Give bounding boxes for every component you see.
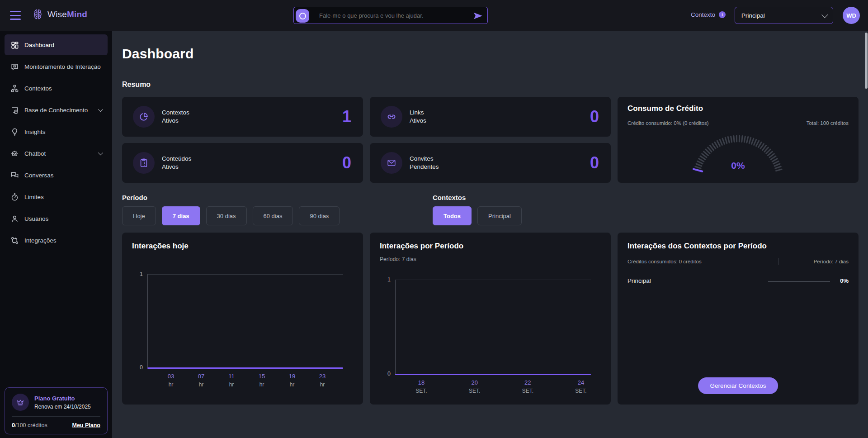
credit-total-text: Total: 100 créditos (807, 120, 849, 126)
sidebar-item-label: Limites (24, 194, 44, 200)
chat-monitor-icon (10, 62, 19, 71)
period-meta: Período: 7 dias (778, 259, 849, 264)
assistant-input[interactable] (319, 12, 469, 19)
sidebar-item-base-conhecimento[interactable]: Base de Conhecimento (5, 100, 108, 120)
pie-chart-icon (133, 106, 155, 128)
sidebar-item-label: Contextos (24, 85, 52, 92)
sidebar-item-monitoramento[interactable]: Monitoramento de Interação (5, 56, 108, 77)
stat-value: 0 (590, 107, 599, 126)
chat-bubbles-icon (10, 171, 19, 180)
y-axis-max: 1 (381, 276, 391, 283)
contexto-label: Contexto (691, 11, 715, 18)
menu-icon[interactable] (10, 11, 21, 20)
periodo-heading: Período (122, 194, 147, 201)
sidebar-item-label: Monitoramento de Interação (24, 63, 101, 70)
context-select-value: Principal (741, 12, 765, 19)
plan-title: Plano Gratuito (34, 395, 91, 402)
y-axis-max: 1 (133, 271, 143, 277)
context-name: Principal (627, 277, 651, 284)
stat-card-convites-pendentes: ConvitesPendentes 0 (370, 143, 611, 183)
plot-area (395, 280, 591, 375)
contextos-heading: Contextos (433, 194, 466, 201)
y-axis-min: 0 (133, 364, 143, 371)
assistant-search-bar (293, 7, 488, 24)
envelope-icon (381, 152, 402, 174)
stat-card-links-ativos: LinksAtivos 0 (370, 97, 611, 137)
charts-row: Interações hoje 1 0 03hr 07hr 11hr 15hr … (122, 233, 859, 405)
sidebar-item-contextos[interactable]: Contextos (5, 78, 108, 99)
stat-value: 0 (590, 153, 599, 172)
context-select[interactable]: Principal (735, 7, 833, 24)
hierarchy-icon (10, 84, 19, 93)
periodo-60dias-button[interactable]: 60 dias (253, 206, 293, 225)
chart-interacoes-hoje: Interações hoje 1 0 03hr 07hr 11hr 15hr … (122, 233, 363, 405)
info-icon[interactable]: i (719, 11, 726, 18)
sidebar-item-label: Integrações (24, 237, 57, 244)
x-axis-labels: 18SET. 20SET. 22SET. 24SET. (395, 379, 591, 394)
sidebar-item-label: Usuários (24, 215, 48, 222)
credit-consumption-card: Consumo de Crédito Crédito consumido: 0%… (618, 97, 859, 183)
chart-title: Interações por Período (380, 242, 463, 251)
stat-label: ConvitesPendentes (410, 155, 439, 171)
sidebar-item-limites[interactable]: Limites (5, 186, 108, 207)
user-icon (10, 214, 19, 223)
contextos-todos-button[interactable]: Todos (433, 206, 472, 225)
sidebar-item-dashboard[interactable]: Dashboard (5, 34, 108, 55)
chevron-down-icon (98, 150, 103, 155)
sidebar-item-conversas[interactable]: Conversas (5, 165, 108, 186)
stat-value: 0 (342, 153, 351, 172)
dashboard-grid-icon (10, 41, 19, 49)
stat-card-contextos-ativos: ContextosAtivos 1 (122, 97, 363, 137)
periodo-hoje-button[interactable]: Hoje (122, 206, 156, 225)
avatar[interactable]: WD (843, 7, 860, 24)
usage-progress-track (768, 281, 830, 282)
periodo-filter: Hoje 7 dias 30 dias 60 dias 90 dias (122, 206, 340, 225)
resumo-heading: Resumo (122, 81, 151, 89)
sidebar-item-integracoes[interactable]: Integrações (5, 230, 108, 251)
robot-icon (10, 149, 19, 158)
periodo-7dias-button[interactable]: 7 dias (162, 206, 200, 225)
stat-label: ConteúdosAtivos (162, 155, 191, 171)
page-title: Dashboard (122, 46, 194, 62)
wisemind-logo-icon (32, 8, 44, 20)
chart-title: Interações dos Contextos por Período (627, 242, 767, 251)
sidebar-item-label: Conversas (24, 172, 54, 179)
sidebar-item-chatbot[interactable]: Chatbot (5, 143, 108, 164)
sidebar-item-label: Dashboard (24, 42, 54, 48)
sidebar: Dashboard Monitoramento de Interação Con… (0, 31, 112, 438)
send-icon[interactable] (473, 11, 483, 20)
sidebar-item-label: Insights (24, 129, 46, 135)
credit-card-title: Consumo de Crédito (627, 104, 703, 113)
credit-consumed-text: Crédito consumido: 0% (0 créditos) (627, 120, 709, 126)
periodo-90dias-button[interactable]: 90 dias (299, 206, 340, 225)
plan-card: Plano Gratuito Renova em 24/10/2025 0/10… (5, 387, 108, 434)
stat-value: 1 (342, 107, 351, 126)
gerenciar-contextos-button[interactable]: Gerenciar Contextos (698, 377, 778, 394)
devices-icon (10, 106, 19, 114)
app-title: WiseMind (47, 10, 87, 19)
sidebar-item-insights[interactable]: Insights (5, 121, 108, 142)
lightbulb-icon (10, 128, 19, 136)
main-content: Dashboard Resumo ContextosAtivos 1 Conte… (112, 31, 868, 438)
stat-label: ContextosAtivos (162, 109, 189, 125)
chevron-down-icon (821, 12, 828, 18)
integrations-icon (10, 236, 19, 245)
sidebar-item-usuarios[interactable]: Usuários (5, 208, 108, 229)
contextos-principal-button[interactable]: Principal (477, 206, 522, 225)
meu-plano-link[interactable]: Meu Plano (72, 422, 100, 428)
chart-title: Interações hoje (132, 242, 189, 251)
app-logo: WiseMind (32, 8, 87, 20)
stopwatch-icon (10, 193, 19, 201)
chart-subtitle: Período: 7 dias (380, 256, 416, 262)
scrollbar-thumb[interactable] (865, 33, 868, 89)
context-usage-percent: 0% (840, 277, 849, 284)
sidebar-item-label: Base de Conhecimento (24, 107, 88, 114)
contextos-filter: Todos Principal (433, 206, 522, 225)
periodo-30dias-button[interactable]: 30 dias (206, 206, 247, 225)
flat-zero-line (395, 374, 591, 375)
plot-area (147, 274, 343, 368)
chevron-down-icon (98, 107, 103, 112)
credits-consumed-meta: Créditos consumidos: 0 créditos (627, 259, 702, 264)
assistant-icon (296, 9, 309, 23)
flat-zero-line (147, 367, 343, 369)
